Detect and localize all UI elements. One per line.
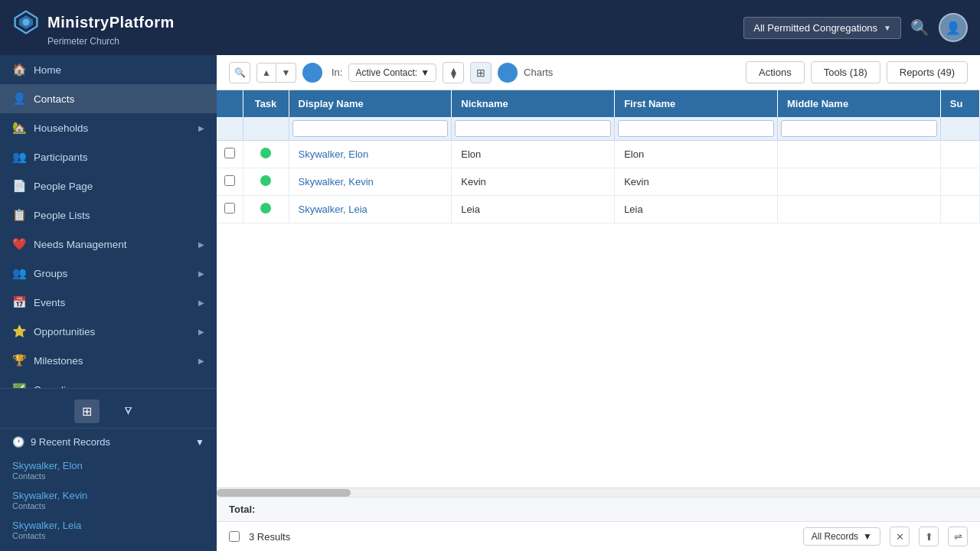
filter-button[interactable]: ⧫	[443, 62, 464, 83]
chevron-down-icon: ▼	[420, 67, 430, 78]
row-checkbox[interactable]	[224, 203, 235, 214]
sidebar-item-label: Needs Management	[34, 239, 127, 250]
filter-checkbox-cell	[217, 117, 243, 141]
groups-icon: 👥	[12, 266, 26, 280]
recent-record-item[interactable]: Skywalker, Kevin Contacts	[0, 485, 217, 515]
households-icon: 🏡	[12, 121, 26, 135]
avatar[interactable]: 👤	[939, 13, 968, 42]
row-checkbox[interactable]	[224, 175, 235, 186]
all-records-dropdown[interactable]: All Records ▼	[803, 527, 880, 546]
table-row: Skywalker, Leia Leia Leia	[217, 196, 980, 223]
first-name-cell: Elon	[615, 141, 778, 168]
sidebar-item-events[interactable]: 📅 Events ▶	[0, 288, 217, 317]
toolbar: 🔍 ▲ ▼ In: Active Contact: ▼ ⧫ ⊞ Charts A…	[217, 55, 980, 90]
sidebar-item-people-lists[interactable]: 📋 People Lists	[0, 201, 217, 230]
task-column-header: Task	[243, 90, 289, 117]
main-content: 🔍 ▲ ▼ In: Active Contact: ▼ ⧫ ⊞ Charts A…	[217, 55, 980, 551]
first-name-filter-input[interactable]	[618, 120, 774, 137]
display-name-cell[interactable]: Skywalker, Kevin	[289, 168, 452, 196]
sidebar-item-groups[interactable]: 👥 Groups ▶	[0, 259, 217, 288]
status-indicator	[302, 63, 322, 83]
sidebar-item-opportunities[interactable]: ⭐ Opportunities ▶	[0, 317, 217, 346]
horizontal-scrollbar[interactable]	[217, 487, 980, 497]
delete-button[interactable]: ✕	[890, 527, 910, 546]
sidebar-item-label: Participants	[34, 152, 88, 163]
sidebar-item-label: Milestones	[34, 355, 83, 367]
reports-button[interactable]: Reports (49)	[887, 61, 968, 83]
task-cell	[243, 168, 289, 196]
recent-records-header[interactable]: 🕐 9 Recent Records ▼	[0, 429, 217, 455]
recent-record-type: Contacts	[12, 531, 204, 540]
needs-icon: ❤️	[12, 237, 26, 251]
sidebar-item-households[interactable]: 🏡 Households ▶	[0, 113, 217, 142]
middle-name-cell	[777, 196, 940, 223]
recent-record-item[interactable]: Skywalker, Elon Contacts	[0, 455, 217, 485]
results-bar: 3 Results All Records ▼ ✕ ⬆ ⇌	[217, 521, 980, 551]
sidebar-item-milestones[interactable]: 🏆 Milestones ▶	[0, 346, 217, 375]
su-cell	[940, 196, 979, 223]
scrollbar-thumb[interactable]	[217, 489, 351, 497]
view-toggle: ⊞ ⛛	[0, 395, 217, 428]
logo-text: MinistryPlatform	[47, 14, 175, 31]
svg-point-2	[23, 19, 30, 26]
sidebar-item-label: Groups	[34, 268, 67, 279]
recent-record-name[interactable]: Skywalker, Elon	[12, 460, 204, 471]
search-icon[interactable]: 🔍	[910, 18, 929, 37]
sidebar-item-people-page[interactable]: 📄 People Page	[0, 171, 217, 201]
congregation-dropdown[interactable]: All Permitted Congregations ▼	[743, 17, 901, 39]
middle-name-filter-input[interactable]	[781, 120, 937, 137]
row-checkbox-cell	[217, 196, 243, 223]
recent-record-type: Contacts	[12, 501, 204, 510]
grid-view-button[interactable]: ⊞	[74, 399, 100, 423]
quick-search-icon[interactable]: 🔍	[229, 62, 250, 83]
nickname-cell: Leia	[452, 196, 615, 223]
chevron-right-icon: ▶	[198, 386, 204, 389]
filter-first-name-cell	[615, 117, 778, 141]
sidebar-item-needs-management[interactable]: ❤️ Needs Management ▶	[0, 230, 217, 259]
filter-display-name-cell: Skywalker	[289, 117, 452, 141]
compliance-icon: ✅	[12, 383, 26, 388]
export-button[interactable]: ⬆	[919, 527, 939, 546]
sidebar-item-compliance[interactable]: ✅ Compliance ▶	[0, 375, 217, 388]
sidebar-item-contacts[interactable]: 👤 Contacts	[0, 84, 217, 113]
main-layout: 🏠 Home 👤 Contacts 🏡 Households ▶ 👥 Parti…	[0, 55, 980, 551]
active-contact-filter[interactable]: Active Contact: ▼	[348, 64, 436, 82]
su-cell	[940, 168, 979, 196]
total-label: Total:	[229, 504, 255, 515]
select-all-checkbox[interactable]	[229, 531, 240, 542]
collapse-icon: ▼	[195, 437, 204, 448]
data-table: Task Display Name Nickname First Name Mi…	[217, 90, 980, 223]
middle-name-cell	[777, 168, 940, 196]
display-name-cell[interactable]: Skywalker, Elon	[289, 141, 452, 168]
chevron-right-icon: ▶	[198, 328, 204, 336]
recent-record-name[interactable]: Skywalker, Kevin	[12, 490, 204, 501]
recent-record-item[interactable]: Skywalker, Leia Contacts	[0, 515, 217, 545]
chevron-right-icon: ▶	[198, 269, 204, 278]
logo-icon	[12, 8, 40, 36]
su-cell	[940, 141, 979, 168]
nickname-filter-input[interactable]	[455, 120, 611, 137]
first-name-cell: Kevin	[615, 168, 778, 196]
sidebar: 🏠 Home 👤 Contacts 🏡 Households ▶ 👥 Parti…	[0, 55, 217, 551]
nav-down-button[interactable]: ▼	[276, 63, 296, 83]
row-checkbox[interactable]	[224, 148, 235, 158]
actions-button[interactable]: Actions	[746, 61, 805, 83]
display-name-cell[interactable]: Skywalker, Leia	[289, 196, 452, 223]
records-dropdown-label: All Records	[812, 531, 858, 542]
task-cell	[243, 196, 289, 223]
nickname-column-header: Nickname	[452, 90, 615, 117]
tools-button[interactable]: Tools (18)	[811, 61, 880, 83]
table-body: Skywalker, Elon Elon Elon Skywalker, Kev…	[217, 141, 980, 223]
sidebar-item-participants[interactable]: 👥 Participants	[0, 142, 217, 171]
first-name-cell: Leia	[615, 196, 778, 223]
recent-records-section: 🕐 9 Recent Records ▼ Skywalker, Elon Con…	[0, 428, 217, 545]
transfer-button[interactable]: ⇌	[948, 527, 968, 546]
org-view-button[interactable]: ⛛	[115, 399, 142, 423]
sidebar-nav: 🏠 Home 👤 Contacts 🏡 Households ▶ 👥 Parti…	[0, 55, 217, 388]
display-name-filter-input[interactable]: Skywalker	[292, 120, 449, 137]
chevron-right-icon: ▶	[198, 240, 204, 249]
recent-record-name[interactable]: Skywalker, Leia	[12, 520, 204, 531]
grid-view-button[interactable]: ⊞	[470, 62, 492, 83]
nav-up-button[interactable]: ▲	[256, 63, 276, 83]
sidebar-item-home[interactable]: 🏠 Home	[0, 55, 217, 84]
